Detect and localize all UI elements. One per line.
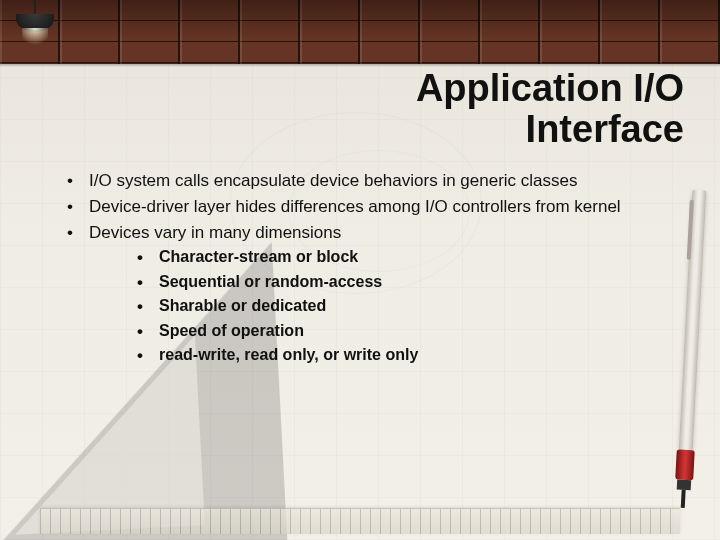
sub-bullet-item: Character-stream or block (125, 247, 680, 267)
ruler-icon (40, 508, 680, 534)
title-line-1: Application I/O (416, 68, 684, 109)
sub-bullet-item: Sharable or dedicated (125, 296, 680, 316)
title-line-2: Interface (416, 109, 684, 150)
slide: Application I/O Interface I/O system cal… (0, 0, 720, 540)
lamp-icon (12, 0, 58, 60)
slide-body: I/O system calls encapsulate device beha… (55, 170, 680, 370)
bullet-item: I/O system calls encapsulate device beha… (55, 170, 680, 192)
sub-bullet-item: Sequential or random-access (125, 272, 680, 292)
bullet-item: Device-driver layer hides differences am… (55, 196, 680, 218)
sub-bullet-item: Speed of operation (125, 321, 680, 341)
bullet-item: Devices vary in many dimensions (55, 222, 680, 244)
slide-title: Application I/O Interface (416, 68, 684, 150)
sub-bullet-item: read-write, read only, or write only (125, 345, 680, 365)
brick-wall-decor (0, 0, 720, 64)
